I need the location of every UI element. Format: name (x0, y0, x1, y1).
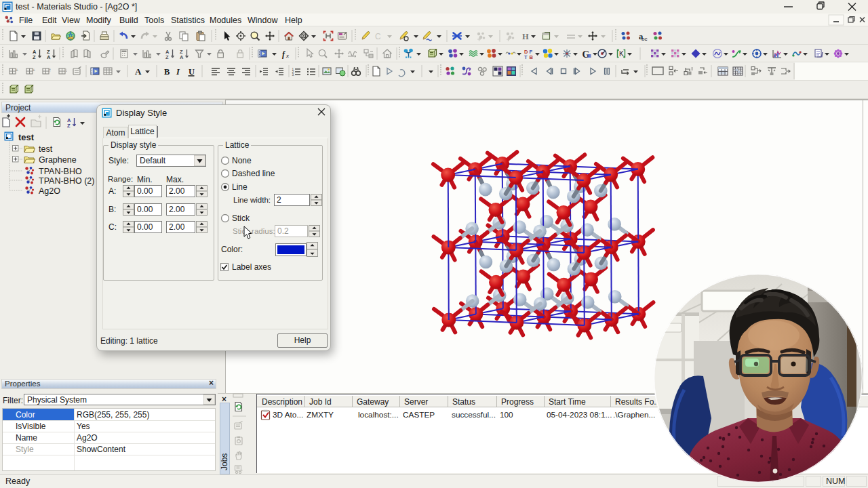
svg-text:T: T (524, 54, 528, 60)
svg-text:↓: ↓ (65, 67, 68, 73)
svg-text:+: + (16, 67, 19, 73)
svg-text:U: U (189, 67, 195, 77)
svg-text:↑: ↑ (49, 67, 52, 73)
svg-text:f: f (282, 49, 285, 59)
svg-text:x: x (285, 52, 289, 59)
svg-text:A: A (180, 54, 184, 60)
svg-text:H: H (522, 32, 529, 41)
svg-text:3.: 3. (292, 73, 295, 77)
svg-text:B: B (164, 67, 170, 77)
svg-text:Z: Z (33, 54, 36, 60)
svg-text:A: A (135, 66, 142, 77)
svg-text:I: I (176, 67, 180, 77)
svg-text:Z: Z (165, 54, 169, 60)
svg-text:bc: bc (642, 36, 647, 42)
svg-text:A: A (47, 54, 51, 60)
svg-text:+: + (33, 67, 36, 73)
svg-text:B: B (530, 54, 534, 60)
svg-text:C: C (375, 32, 381, 41)
svg-text:K: K (619, 50, 624, 58)
